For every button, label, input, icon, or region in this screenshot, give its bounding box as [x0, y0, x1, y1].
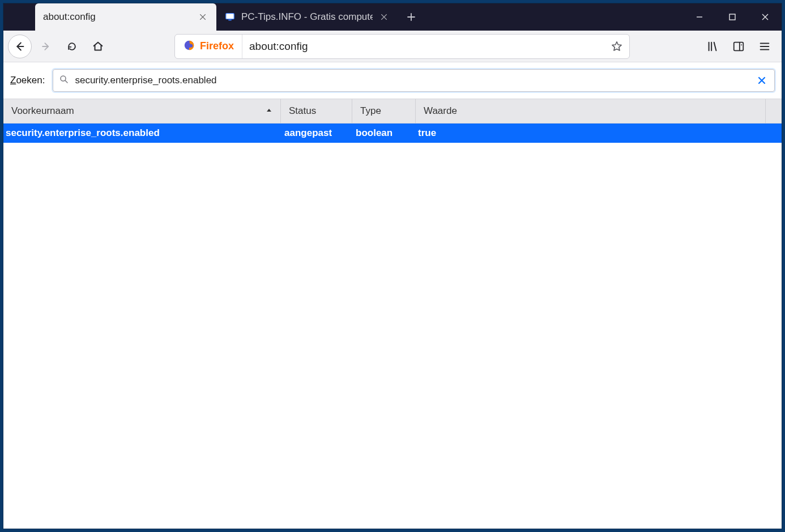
window-controls	[683, 3, 782, 31]
sidebar-button[interactable]	[726, 34, 751, 59]
tab-strip: about:config PC-Tips.INFO - Gratis compu…	[3, 3, 398, 31]
pref-type-cell: boolean	[352, 127, 416, 139]
svg-point-6	[61, 76, 66, 81]
table-row[interactable]: security.enterprise_roots.enabled aangep…	[3, 124, 782, 143]
svg-rect-1	[228, 20, 231, 21]
close-tab-icon[interactable]	[378, 11, 390, 23]
bookmark-star-icon[interactable]	[604, 40, 629, 53]
svg-point-5	[741, 44, 742, 45]
pref-value-cell: true	[416, 127, 766, 139]
reload-button[interactable]	[60, 35, 84, 58]
tab-pctips[interactable]: PC-Tips.INFO - Gratis compute	[216, 3, 398, 31]
svg-rect-4	[734, 42, 744, 50]
tab-label: PC-Tips.INFO - Gratis compute	[241, 11, 373, 23]
col-header-name[interactable]: Voorkeurnaam	[3, 99, 281, 123]
new-tab-button[interactable]	[398, 3, 425, 31]
nav-toolbar: Firefox about:config	[3, 31, 782, 62]
col-header-type[interactable]: Type	[352, 99, 416, 123]
clear-search-icon[interactable]	[755, 74, 769, 87]
search-icon	[59, 74, 69, 87]
app-menu-button[interactable]	[752, 34, 777, 59]
column-picker-button[interactable]	[766, 99, 782, 123]
minimize-button[interactable]	[683, 3, 716, 31]
url-text[interactable]: about:config	[242, 40, 604, 53]
svg-rect-0	[226, 14, 234, 19]
config-search-box[interactable]	[53, 69, 775, 92]
table-header-row: Voorkeurnaam Status Type Waarde	[3, 99, 782, 124]
close-window-button[interactable]	[749, 3, 782, 31]
tab-label: about:config	[43, 11, 191, 23]
maximize-button[interactable]	[716, 3, 749, 31]
site-favicon-icon	[224, 11, 236, 23]
forward-button[interactable]	[34, 35, 58, 58]
firefox-window: about:config PC-Tips.INFO - Gratis compu…	[3, 3, 782, 529]
titlebar: about:config PC-Tips.INFO - Gratis compu…	[3, 3, 782, 31]
pref-name-cell: security.enterprise_roots.enabled	[3, 127, 281, 139]
prefs-table: Voorkeurnaam Status Type Waarde security…	[3, 99, 782, 529]
col-header-value[interactable]: Waarde	[416, 99, 766, 123]
search-label: Zoeken:	[10, 75, 45, 86]
home-button[interactable]	[86, 35, 110, 58]
identity-brand-text: Firefox	[200, 40, 234, 52]
library-button[interactable]	[700, 34, 725, 59]
pref-status-cell: aangepast	[281, 127, 352, 139]
config-search-input[interactable]	[75, 75, 749, 86]
back-button[interactable]	[8, 35, 32, 58]
address-bar[interactable]: Firefox about:config	[174, 34, 630, 59]
close-tab-icon[interactable]	[197, 11, 208, 23]
col-header-status[interactable]: Status	[281, 99, 352, 123]
sort-asc-icon	[266, 105, 272, 117]
site-identity[interactable]: Firefox	[175, 35, 242, 58]
svg-rect-2	[729, 14, 735, 20]
tab-about-config[interactable]: about:config	[35, 3, 216, 31]
firefox-icon	[183, 39, 195, 54]
config-search-row: Zoeken:	[3, 62, 782, 99]
